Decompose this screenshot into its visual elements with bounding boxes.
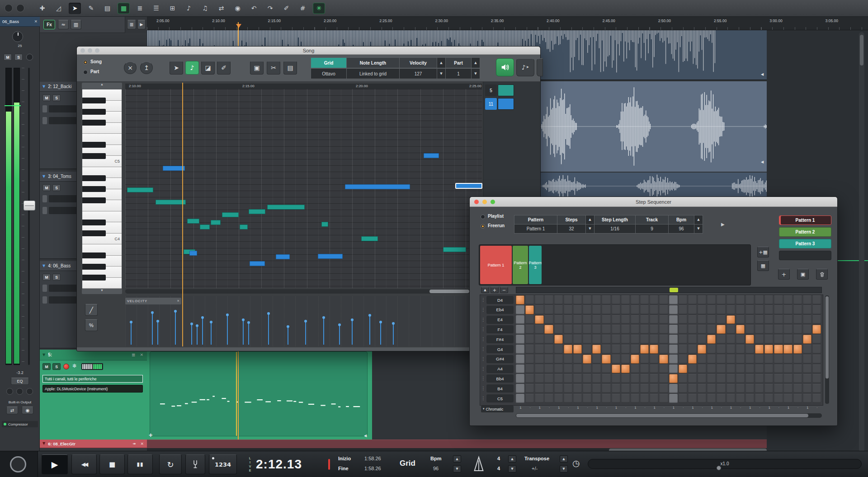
step-cell[interactable] [631, 355, 639, 364]
step-cell[interactable] [717, 315, 725, 324]
step-cell[interactable] [679, 355, 687, 364]
step-cell[interactable] [516, 345, 524, 354]
collapse-icon[interactable]: ▼ [42, 264, 45, 268]
step-cell[interactable] [535, 325, 543, 334]
step-cell[interactable] [573, 355, 582, 364]
step-cell[interactable] [774, 394, 783, 403]
step-cell[interactable] [640, 365, 649, 374]
step-row-label[interactable]: Bb4 [486, 374, 514, 383]
select-tool-button[interactable]: ➤ [170, 61, 183, 75]
step-cell[interactable] [764, 355, 773, 364]
velocity-stem-dot[interactable] [267, 312, 270, 315]
step-cell[interactable] [736, 345, 745, 354]
step-cell[interactable] [525, 384, 534, 393]
midi-note[interactable] [250, 261, 265, 266]
velocity-stem-dot[interactable] [351, 318, 354, 321]
pattern-select-button[interactable]: Pattern 1 [779, 215, 831, 225]
add-pattern-button[interactable]: + [778, 269, 790, 280]
row-grip-icon[interactable]: ⋮ [481, 307, 486, 312]
step-cell[interactable] [659, 305, 668, 314]
mute-button[interactable]: M [42, 184, 51, 191]
step-cell[interactable] [564, 355, 572, 364]
step-row-label[interactable]: C5 [486, 394, 514, 402]
step-cell[interactable] [535, 345, 543, 354]
step-cell[interactable] [612, 325, 620, 334]
step-cell[interactable] [602, 315, 610, 324]
step-cell[interactable] [650, 365, 658, 374]
step-cell[interactable] [516, 335, 524, 344]
step-cell[interactable] [717, 335, 725, 344]
step-cell[interactable] [554, 365, 563, 374]
velocity-stem[interactable] [248, 323, 249, 345]
piano-black-key[interactable] [82, 142, 106, 148]
step-cell[interactable] [535, 355, 543, 364]
step-cell[interactable] [659, 394, 668, 403]
step-cell[interactable] [535, 365, 543, 374]
timesig-up-button[interactable]: ▲ [508, 455, 516, 463]
brush-tool-button[interactable]: ✐ [217, 61, 231, 75]
row-grip-icon[interactable]: ⋮ [481, 366, 486, 371]
step-cell[interactable] [688, 315, 697, 324]
timesig-top[interactable]: 4 [497, 456, 500, 461]
velocity-stem[interactable] [191, 324, 192, 345]
step-cell[interactable] [726, 295, 735, 304]
step-cell[interactable] [583, 355, 591, 364]
pattern-strip[interactable]: Pattern 1Pattern 2Pattern 3 [479, 244, 751, 285]
step-cell[interactable] [592, 295, 601, 304]
pattern-bank-button[interactable]: ▦ [757, 260, 769, 271]
velocity-stem[interactable] [305, 321, 306, 345]
midi-note[interactable] [267, 205, 305, 210]
step-cell[interactable] [640, 384, 649, 393]
step-cell[interactable] [640, 374, 649, 383]
step-cell[interactable] [544, 355, 553, 364]
step-cell[interactable] [717, 305, 725, 314]
track-field-value[interactable]: 9 [635, 224, 669, 234]
freerun-radio[interactable] [481, 224, 485, 229]
step-cell[interactable] [564, 345, 572, 354]
eq-knob-high[interactable] [26, 388, 33, 395]
velocity-stem-dot[interactable] [156, 320, 159, 323]
redo-tool-icon[interactable]: ↷ [264, 3, 276, 14]
step-cell[interactable] [544, 384, 553, 393]
step-cell[interactable] [764, 394, 773, 403]
step-cell[interactable] [726, 394, 735, 403]
step-cell[interactable] [650, 295, 658, 304]
locate-tool-icon[interactable]: ◉ [231, 3, 244, 14]
step-cell[interactable] [764, 365, 773, 374]
step-cell[interactable] [698, 394, 706, 403]
step-cell[interactable] [812, 365, 821, 374]
velocity-stem[interactable] [380, 322, 381, 345]
tuner-button[interactable] [185, 454, 205, 474]
midi-note[interactable] [189, 251, 197, 256]
step-cell[interactable] [764, 315, 773, 324]
step-cell[interactable] [755, 295, 764, 304]
step-cell[interactable] [573, 315, 582, 324]
playlist-radio[interactable] [481, 215, 485, 219]
row-grip-icon[interactable]: ⋮ [481, 297, 486, 302]
piano-black-key[interactable] [82, 230, 106, 236]
velocity-stem-dot[interactable] [190, 323, 193, 325]
step-cell[interactable] [793, 345, 802, 354]
step-cell[interactable] [621, 374, 630, 383]
bpm-down-button[interactable]: ▼ [453, 465, 461, 472]
velocity-stem-dot[interactable] [201, 316, 204, 319]
fader-track[interactable] [28, 68, 30, 365]
step-h-scrollbar-thumb[interactable] [516, 414, 808, 417]
step-cell[interactable] [602, 355, 610, 364]
note-grid[interactable] [125, 89, 482, 288]
row-grip-icon[interactable]: ⋮ [481, 317, 486, 322]
step-cell[interactable] [707, 345, 716, 354]
chevron-right-icon[interactable]: ▶ [721, 222, 725, 227]
solo-button[interactable]: S [14, 54, 23, 61]
step-cell[interactable] [679, 345, 687, 354]
step-cell[interactable] [650, 384, 658, 393]
step-cell[interactable] [707, 325, 716, 334]
step-cell[interactable] [774, 345, 783, 354]
step-cell[interactable] [698, 315, 706, 324]
step-cell[interactable] [726, 355, 735, 364]
instrument-plugin-box[interactable]: Apple: DLSMusicDevice (Instrument) [42, 385, 143, 393]
step-row-label[interactable]: B4 [486, 384, 514, 393]
step-cell[interactable] [621, 305, 630, 314]
step-cell[interactable] [803, 365, 811, 374]
matrix-tool-icon[interactable]: ⊞ [166, 3, 179, 14]
